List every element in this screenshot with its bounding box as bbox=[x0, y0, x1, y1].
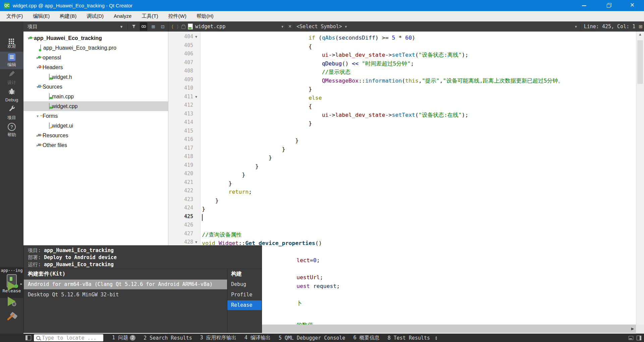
toggle-right-sidebar-icon[interactable] bbox=[637, 336, 641, 340]
panel-dropdown-icon[interactable]: ▾ bbox=[118, 23, 125, 30]
split-editor-icon[interactable]: ⊞ bbox=[639, 24, 643, 29]
status-bar: Type to locate ... 1 问题22 Search Results… bbox=[0, 334, 644, 342]
vertical-scrollbar[interactable]: ▲ bbox=[636, 32, 644, 334]
menu-item-1[interactable]: 编辑(E) bbox=[28, 11, 55, 21]
kit-option-0[interactable]: Android for arm64-v8a (Clang Qt 5.12.6 f… bbox=[24, 280, 227, 289]
line-column-indicator[interactable]: Line: 425, Col: 1 bbox=[584, 23, 636, 30]
mode-button-项目[interactable]: 项目 bbox=[0, 104, 23, 121]
search-icon bbox=[36, 336, 40, 340]
filter-icon[interactable] bbox=[130, 23, 137, 30]
lock-icon[interactable] bbox=[181, 26, 185, 29]
output-pane-button-5[interactable]: 6 概要信息 bbox=[349, 335, 383, 341]
output-pane-button-3[interactable]: 4 编译输出 bbox=[240, 335, 275, 341]
output-pane-button-0[interactable]: 1 问题2 bbox=[108, 335, 140, 341]
restore-button[interactable] bbox=[596, 0, 620, 11]
code-line-409: QMessageBox::information(this,"提示","设备可能… bbox=[202, 77, 564, 85]
symbol-dropdown-icon[interactable]: ▾ bbox=[345, 25, 347, 29]
output-pane-button-2[interactable]: 3 应用程序输出 bbox=[196, 335, 240, 341]
fold-marker-icon[interactable]: ▼ bbox=[195, 240, 198, 244]
code-line-419: } bbox=[202, 162, 259, 171]
code-area[interactable]: if (qAbs(secondsDiff) >= 5 * 60) { ui->l… bbox=[202, 32, 636, 334]
split-panel-icon[interactable]: ⊞ bbox=[150, 23, 157, 30]
window-title: widget.cpp @ app_Huawei_Eco_tracking - Q… bbox=[13, 0, 132, 11]
mode-button-帮助[interactable]: ?帮助 bbox=[0, 121, 23, 139]
close-button[interactable] bbox=[621, 0, 644, 11]
line-number: 417 bbox=[168, 145, 193, 151]
kit-info-row-1: 部署: Deploy to Android device bbox=[28, 254, 117, 261]
vertical-scrollbar-thumb[interactable] bbox=[637, 40, 643, 84]
build-config-Release[interactable]: Release bbox=[227, 300, 262, 310]
horizontal-scrollbar[interactable] bbox=[200, 325, 629, 333]
mode-button-Debug[interactable]: Debug bbox=[0, 87, 23, 104]
code-line-418: } bbox=[202, 153, 272, 162]
mode-button-编辑[interactable]: 编辑 bbox=[0, 52, 23, 69]
build-progress-icon[interactable] bbox=[629, 336, 633, 340]
output-pane-arrows-icon[interactable]: ▲▼ bbox=[435, 336, 437, 340]
debug-run-button[interactable] bbox=[0, 297, 23, 306]
menu-item-7[interactable]: 帮助(H) bbox=[192, 11, 219, 21]
output-pane-button-4[interactable]: 5 QML Debugger Console bbox=[275, 335, 350, 341]
tree-item-widget.cpp[interactable]: widget.cpp bbox=[23, 101, 168, 111]
scroll-right-arrow-icon[interactable]: ▶ bbox=[629, 325, 636, 333]
issue-count-badge: 2 bbox=[130, 335, 136, 341]
tree-item-app_Huawei_Eco_tracking.pro[interactable]: app_Huawei_Eco_tracking.pro bbox=[23, 43, 168, 53]
forward-icon[interactable]: ⟩ bbox=[176, 24, 179, 29]
mode-button-设计[interactable]: 设计 bbox=[0, 69, 23, 87]
symbol-selector[interactable]: <Select Symbol> bbox=[297, 23, 342, 30]
tree-item-Sources[interactable]: ▾CSources bbox=[23, 82, 168, 92]
tree-item-widget.h[interactable]: widget.h bbox=[23, 72, 168, 82]
close-document-icon[interactable]: × bbox=[288, 23, 291, 30]
code-fragment-3: 卜 bbox=[297, 299, 302, 308]
editor-options-dropdown-icon[interactable]: ▾ bbox=[575, 25, 577, 29]
menu-item-3[interactable]: 调试(D) bbox=[82, 11, 109, 21]
divider bbox=[24, 268, 262, 269]
line-number: 423 bbox=[168, 196, 193, 202]
back-icon[interactable]: ⟨ bbox=[171, 24, 174, 29]
open-document-name[interactable]: widget.cpp bbox=[195, 23, 225, 30]
close-panel-icon[interactable]: ⊡ bbox=[159, 23, 166, 30]
menu-item-2[interactable]: 构建(B) bbox=[55, 11, 82, 21]
menu-item-0[interactable]: 文件(F) bbox=[1, 11, 28, 21]
kit-option-1[interactable]: Desktop Qt 5.12.6 MinGW 32-bit bbox=[24, 290, 227, 300]
menu-item-4[interactable]: Analyze bbox=[109, 11, 137, 21]
line-number: 419 bbox=[168, 162, 193, 168]
output-pane-button-6[interactable]: 8 Test Results bbox=[383, 335, 434, 341]
mode-button-欢迎[interactable]: 欢迎 bbox=[0, 34, 23, 52]
chevron-down-icon[interactable]: ▾ bbox=[35, 114, 40, 118]
sync-with-editor-icon[interactable] bbox=[140, 22, 147, 31]
menu-item-6[interactable]: 控件(W) bbox=[163, 11, 192, 21]
bug-icon bbox=[8, 88, 15, 96]
fold-marker-icon[interactable]: ▼ bbox=[195, 95, 198, 99]
tree-item-main.cpp[interactable]: main.cpp bbox=[23, 92, 168, 101]
locator-input[interactable]: Type to locate ... bbox=[34, 334, 103, 341]
build-config-Profile[interactable]: Profile bbox=[227, 290, 262, 300]
minimize-button[interactable] bbox=[572, 0, 596, 11]
scroll-up-arrow-icon[interactable]: ▲ bbox=[636, 32, 644, 36]
help-icon: ? bbox=[8, 123, 16, 131]
code-line-421: } bbox=[202, 179, 232, 188]
toggle-sidebar-icon[interactable] bbox=[25, 335, 31, 340]
tree-item-widget.ui[interactable]: widget.ui bbox=[23, 121, 168, 131]
document-dropdown-icon[interactable]: ▾ bbox=[281, 25, 283, 29]
code-line-404: if (qAbs(secondsDiff) >= 5 * 60) bbox=[202, 34, 415, 42]
menu-item-5[interactable]: 工具(T) bbox=[137, 11, 163, 21]
fold-marker-icon[interactable]: ▼ bbox=[195, 35, 198, 39]
build-button[interactable] bbox=[0, 313, 23, 326]
run-button[interactable] bbox=[0, 281, 23, 291]
output-pane-button-1[interactable]: 2 Search Results bbox=[140, 335, 196, 341]
tree-item-Resources[interactable]: ▸Resources bbox=[23, 131, 168, 140]
line-number: 418 bbox=[168, 153, 193, 159]
build-config-Debug[interactable]: Debug bbox=[227, 280, 262, 289]
tree-item-app_Huawei_Eco_tracking[interactable]: ▾app_Huawei_Eco_tracking bbox=[23, 33, 168, 43]
code-line-408: //显示状态 bbox=[202, 68, 351, 77]
tree-item-openssl[interactable]: ▸openssl bbox=[23, 53, 168, 62]
tree-item-Headers[interactable]: ▾hHeaders bbox=[23, 62, 168, 72]
src-file-icon bbox=[49, 94, 50, 100]
code-line-412: { bbox=[202, 102, 312, 111]
code-line-405: { bbox=[202, 42, 312, 51]
code-line-414: } bbox=[202, 119, 312, 128]
title-bar: QC widget.cpp @ app_Huawei_Eco_tracking … bbox=[0, 0, 644, 11]
tree-item-Other files[interactable]: ▸Other files bbox=[23, 140, 168, 150]
tree-item-Forms[interactable]: ▾Forms bbox=[23, 111, 168, 121]
line-number: 415 bbox=[168, 128, 193, 134]
